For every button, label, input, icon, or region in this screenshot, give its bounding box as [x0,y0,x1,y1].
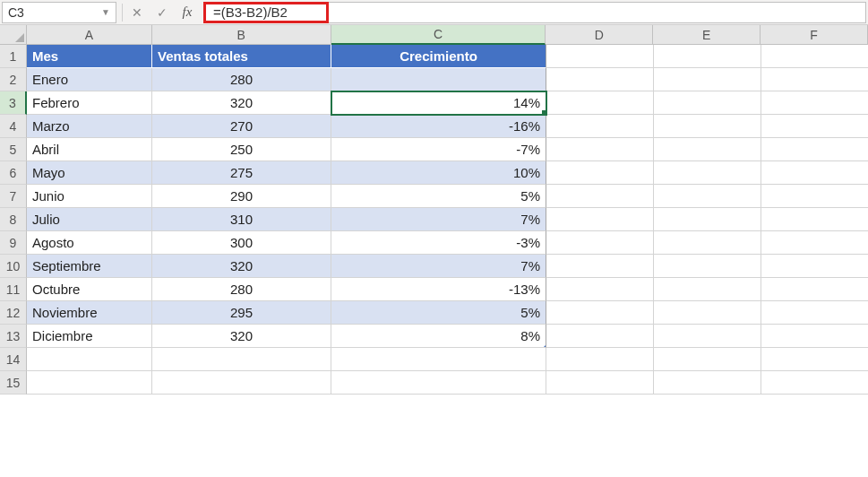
cell-A11[interactable]: Octubre [27,278,152,301]
cell-D12[interactable] [546,301,654,325]
row-header-4[interactable]: 4 [0,115,27,138]
cell-A5[interactable]: Abril [27,138,152,161]
cell-D14[interactable] [546,348,654,371]
cell-E14[interactable] [654,348,761,371]
cell-C6[interactable]: 10% [331,161,546,185]
cell-C4[interactable]: -16% [331,115,546,138]
cancel-formula-icon[interactable]: ✕ [125,2,150,23]
cell-C1[interactable]: Crecimiento [331,45,546,68]
cell-E7[interactable] [654,185,761,208]
cell-B15[interactable] [152,371,331,395]
cell-A15[interactable] [27,371,152,395]
row-header-7[interactable]: 7 [0,185,27,208]
cell-D15[interactable] [546,371,654,395]
cell-F4[interactable] [761,115,868,138]
cell-A6[interactable]: Mayo [27,161,152,185]
row-header-9[interactable]: 9 [0,231,27,255]
cell-E5[interactable] [654,138,761,161]
cell-D4[interactable] [546,115,654,138]
column-header-B[interactable]: B [152,25,331,45]
cell-C13[interactable]: 8% [331,325,546,348]
row-header-5[interactable]: 5 [0,138,27,161]
row-header-1[interactable]: 1 [0,45,27,68]
cell-A4[interactable]: Marzo [27,115,152,138]
cell-C8[interactable]: 7% [331,208,546,231]
cell-E9[interactable] [654,231,761,255]
cell-B12[interactable]: 295 [152,301,331,325]
cell-A13[interactable]: Diciembre [27,325,152,348]
select-all-corner[interactable] [0,25,27,45]
row-header-11[interactable]: 11 [0,278,27,301]
cell-F15[interactable] [761,371,868,395]
cell-D7[interactable] [546,185,654,208]
cell-E13[interactable] [654,325,761,348]
formula-input[interactable]: =(B3-B2)/B2 [203,2,329,23]
name-box[interactable]: C3 ▼ [2,2,116,23]
cell-F11[interactable] [761,278,868,301]
formula-input-rest[interactable] [329,2,866,23]
cell-F12[interactable] [761,301,868,325]
cell-E11[interactable] [654,278,761,301]
cell-B6[interactable]: 275 [152,161,331,185]
cell-A14[interactable] [27,348,152,371]
cell-B3[interactable]: 320 [152,91,331,115]
cell-F3[interactable] [761,91,868,115]
cell-E8[interactable] [654,208,761,231]
cell-B8[interactable]: 310 [152,208,331,231]
accept-formula-icon[interactable]: ✓ [150,2,175,23]
row-header-2[interactable]: 2 [0,68,27,91]
cell-C15[interactable] [331,371,546,395]
cell-E15[interactable] [654,371,761,395]
row-header-13[interactable]: 13 [0,325,27,348]
row-header-6[interactable]: 6 [0,161,27,185]
cell-E4[interactable] [654,115,761,138]
column-header-E[interactable]: E [653,25,761,45]
column-header-F[interactable]: F [761,25,868,45]
cell-A10[interactable]: Septiembre [27,255,152,278]
cell-C2[interactable] [331,68,546,91]
cell-C12[interactable]: 5% [331,301,546,325]
cell-D3[interactable] [546,91,654,115]
cell-A8[interactable]: Julio [27,208,152,231]
cell-A2[interactable]: Enero [27,68,152,91]
cell-C7[interactable]: 5% [331,185,546,208]
cell-B10[interactable]: 320 [152,255,331,278]
cell-F1[interactable] [761,45,868,68]
cell-D2[interactable] [546,68,654,91]
cell-E1[interactable] [654,45,761,68]
cell-C9[interactable]: -3% [331,231,546,255]
cell-F13[interactable] [761,325,868,348]
cell-D5[interactable] [546,138,654,161]
cell-B11[interactable]: 280 [152,278,331,301]
cell-A9[interactable]: Agosto [27,231,152,255]
cell-E12[interactable] [654,301,761,325]
cell-F2[interactable] [761,68,868,91]
cell-F8[interactable] [761,208,868,231]
cell-E6[interactable] [654,161,761,185]
cell-C14[interactable] [331,348,546,371]
cell-C3[interactable]: 14% [331,91,546,115]
cell-E2[interactable] [654,68,761,91]
cell-B2[interactable]: 280 [152,68,331,91]
cell-A12[interactable]: Noviembre [27,301,152,325]
cell-B4[interactable]: 270 [152,115,331,138]
cell-D13[interactable] [546,325,654,348]
cell-B9[interactable]: 300 [152,231,331,255]
name-box-dropdown-icon[interactable]: ▼ [101,7,110,17]
cell-D8[interactable] [546,208,654,231]
column-header-D[interactable]: D [546,25,653,45]
column-header-A[interactable]: A [27,25,152,45]
cell-E10[interactable] [654,255,761,278]
cell-B14[interactable] [152,348,331,371]
column-header-C[interactable]: C [331,25,546,45]
cell-D9[interactable] [546,231,654,255]
cell-F10[interactable] [761,255,868,278]
cell-A1[interactable]: Mes [27,45,152,68]
cell-D10[interactable] [546,255,654,278]
fx-icon[interactable]: fx [175,2,200,23]
cell-B1[interactable]: Ventas totales [152,45,331,68]
cell-D6[interactable] [546,161,654,185]
row-header-3[interactable]: 3 [0,91,27,115]
row-header-15[interactable]: 15 [0,371,27,395]
cell-B5[interactable]: 250 [152,138,331,161]
